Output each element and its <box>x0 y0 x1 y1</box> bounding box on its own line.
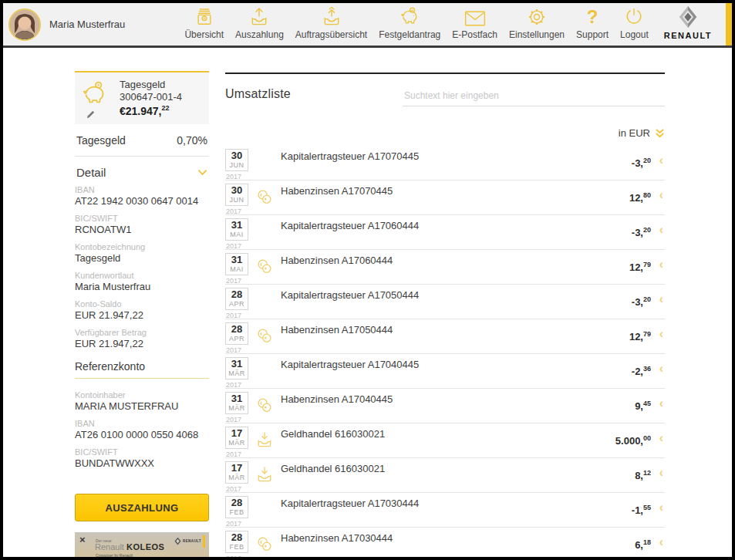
reference-fields: Kontoinhaber MARIA MUSTERFRAU IBAN AT26 … <box>75 389 209 469</box>
nav-festgeldantrag[interactable]: Festgeldantrag <box>379 5 440 40</box>
chevron-down-icon <box>197 169 207 176</box>
main-panel: Umsatzliste in EUR 30 JUN 2017 <box>225 73 665 560</box>
transaction-row[interactable]: 30 JUN 2017 Habenzinsen A17070445 12,80 … <box>225 180 665 215</box>
transaction-row[interactable]: 31 MÄR 2017 Kapitalertragsteuer A1704044… <box>225 354 665 389</box>
transaction-text: Habenzinsen A17070445 <box>275 184 665 214</box>
envelope-icon <box>464 5 487 28</box>
transaction-row[interactable]: 17 MÄR 2017 Geldhandel 616030021 5.000,0… <box>225 423 665 458</box>
transaction-amount: -3,20 <box>632 226 651 238</box>
chevron-left-icon[interactable]: ‹ <box>659 431 663 445</box>
transaction-row[interactable]: 17 MÄR 2017 Geldhandel 616030021 8,12 ‹ <box>225 458 665 493</box>
transaction-row[interactable]: 31 MAI 2017 Kapitalertragsteuer A1706044… <box>225 215 665 250</box>
chevron-left-icon[interactable]: ‹ <box>659 501 663 514</box>
transaction-row[interactable]: 28 FEB 2017 Habenzinsen A17030444 6,18 ‹ <box>225 528 665 560</box>
chevron-left-icon[interactable]: ‹ <box>659 188 663 202</box>
ad-banner[interactable]: × Der neue Renault KOLEOS Crossover by R… <box>75 532 209 560</box>
account-balance-dec: 22 <box>162 104 170 112</box>
content: Tagesgeld 300647-001-4 €21.947,22 Tagesg… <box>3 48 732 560</box>
nav-auftragsuebersicht[interactable]: Auftragsübersicht <box>295 5 367 40</box>
chevron-left-icon[interactable]: ‹ <box>659 292 663 306</box>
transaction-text: Kapitalertragsteuer A17030444 <box>275 496 665 527</box>
transaction-date: 31 MÄR 2017 <box>225 392 255 423</box>
main-nav: Übersicht Auszahlung Auftragsübersicht <box>184 5 648 44</box>
coins-icon <box>255 187 274 206</box>
transaction-date: 31 MAI 2017 <box>225 218 255 249</box>
nav-label: Support <box>576 29 609 40</box>
transaction-list: 30 JUN 2017 Kapitalertragsteuer A1707044… <box>225 146 665 560</box>
transaction-amount: 12,79 <box>629 330 651 342</box>
detail-field: BIC/SWIFT RCNOATW1 <box>75 214 209 235</box>
chevron-left-icon[interactable]: ‹ <box>659 327 663 341</box>
transaction-row[interactable]: 28 FEB 2017 Kapitalertragsteuer A1703044… <box>225 493 665 528</box>
ad-logo-accent-bar <box>203 535 205 548</box>
transaction-amount: 8,12 <box>635 469 651 481</box>
transaction-amount: -2,36 <box>632 365 651 377</box>
ad-renault-logo: RENAULT <box>174 535 205 548</box>
chevron-left-icon[interactable]: ‹ <box>659 466 663 480</box>
nav-support[interactable]: ? Support <box>576 5 609 40</box>
chevron-left-icon[interactable]: ‹ <box>659 396 663 410</box>
payout-button[interactable]: AUSZAHLUNG <box>75 494 209 521</box>
transaction-row[interactable]: 28 APR 2017 Kapitalertragsteuer A1705044… <box>225 285 665 319</box>
transaction-row[interactable]: 31 MÄR 2017 Habenzinsen A17040445 9,45 ‹ <box>225 389 665 423</box>
transaction-text: Kapitalertragsteuer A17070445 <box>275 149 665 180</box>
renault-logo: RENAULT <box>664 5 712 45</box>
ad-subtitle: Crossover by Renault <box>96 553 133 558</box>
tray-arrow-down-icon <box>255 465 274 484</box>
currency-label: in EUR <box>619 127 650 139</box>
chevron-left-icon[interactable]: ‹ <box>659 258 663 272</box>
transaction-text: Habenzinsen A17030444 <box>275 531 665 560</box>
nav-uebersicht[interactable]: Übersicht <box>184 5 224 40</box>
reference-field: IBAN AT26 0100 0000 0550 4068 <box>75 419 209 440</box>
transaction-amount: 12,80 <box>629 191 651 204</box>
rate-row: Tagesgeld 0,70% <box>75 124 209 157</box>
transaction-amount: 12,79 <box>629 261 651 273</box>
account-card[interactable]: Tagesgeld 300647-001-4 €21.947,22 <box>75 71 209 124</box>
edit-pencil-icon[interactable] <box>86 110 96 120</box>
detail-toggle[interactable]: Detail <box>75 157 209 184</box>
renault-diamond-icon <box>676 5 700 29</box>
power-icon <box>623 5 645 28</box>
nav-einstellungen[interactable]: Einstellungen <box>509 5 565 40</box>
nav-label: Logout <box>620 29 649 40</box>
chevron-left-icon[interactable]: ‹ <box>659 535 663 549</box>
rate-value: 0,70% <box>177 134 207 147</box>
transaction-row[interactable]: 28 APR 2017 Habenzinsen A17050444 12,79 … <box>225 319 665 354</box>
nav-logout[interactable]: Logout <box>620 5 649 40</box>
transaction-row[interactable]: 31 MAI 2017 Habenzinsen A17060444 12,79 … <box>225 250 665 285</box>
search-input[interactable] <box>403 87 665 106</box>
detail-field: IBAN AT22 1942 0030 0647 0014 <box>75 185 209 207</box>
chevron-double-down-icon <box>655 128 665 138</box>
avatar[interactable] <box>8 8 41 41</box>
top-header: Maria Musterfrau Übersicht Auszahlung <box>3 3 732 48</box>
transaction-text: Kapitalertragsteuer A17060444 <box>275 218 665 249</box>
transaction-date: 28 FEB 2017 <box>225 531 255 560</box>
detail-title: Detail <box>76 166 106 179</box>
chevron-left-icon[interactable]: ‹ <box>659 223 663 237</box>
account-name: Tagesgeld <box>120 79 182 91</box>
account-balance-main: €21.947, <box>120 104 162 116</box>
piggy-bank-icon <box>79 79 112 110</box>
avatar-image <box>10 10 39 39</box>
transaction-text: Habenzinsen A17060444 <box>275 253 665 284</box>
nav-auszahlung[interactable]: Auszahlung <box>235 5 284 40</box>
close-icon[interactable]: × <box>79 534 86 545</box>
sidebar: Tagesgeld 300647-001-4 €21.947,22 Tagesg… <box>75 71 209 560</box>
tray-arrow-up-icon <box>321 5 342 28</box>
gear-icon <box>526 5 548 28</box>
transaction-text: Kapitalertragsteuer A17050444 <box>275 288 665 319</box>
transaction-date: 31 MÄR 2017 <box>225 357 255 388</box>
chevron-left-icon[interactable]: ‹ <box>659 153 663 167</box>
transaction-row[interactable]: 30 JUN 2017 Kapitalertragsteuer A1707044… <box>225 146 665 180</box>
transaction-text: Geldhandel 616030021 <box>275 461 665 492</box>
coins-icon <box>255 257 274 275</box>
nav-label: E-Postfach <box>452 29 497 40</box>
chevron-left-icon[interactable]: ‹ <box>659 362 663 376</box>
transaction-amount: -3,20 <box>632 157 651 169</box>
currency-sort[interactable]: in EUR <box>225 127 665 139</box>
cash-drawer-icon <box>194 5 215 28</box>
renault-diamond-icon <box>174 537 181 545</box>
reference-field: BIC/SWIFT BUNDATWWXXX <box>75 447 209 469</box>
piggy-bank-icon <box>398 5 421 28</box>
nav-epostfach[interactable]: E-Postfach <box>452 5 497 40</box>
